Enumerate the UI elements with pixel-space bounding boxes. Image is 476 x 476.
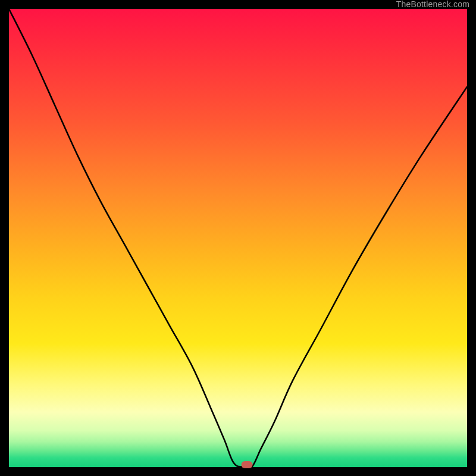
watermark-text: TheBottleneck.com xyxy=(396,0,469,9)
optimal-point-marker xyxy=(242,461,253,468)
curve-layer xyxy=(9,9,467,467)
plot-area xyxy=(9,9,467,467)
bottleneck-curve xyxy=(9,9,467,467)
chart-frame: TheBottleneck.com xyxy=(9,9,467,467)
